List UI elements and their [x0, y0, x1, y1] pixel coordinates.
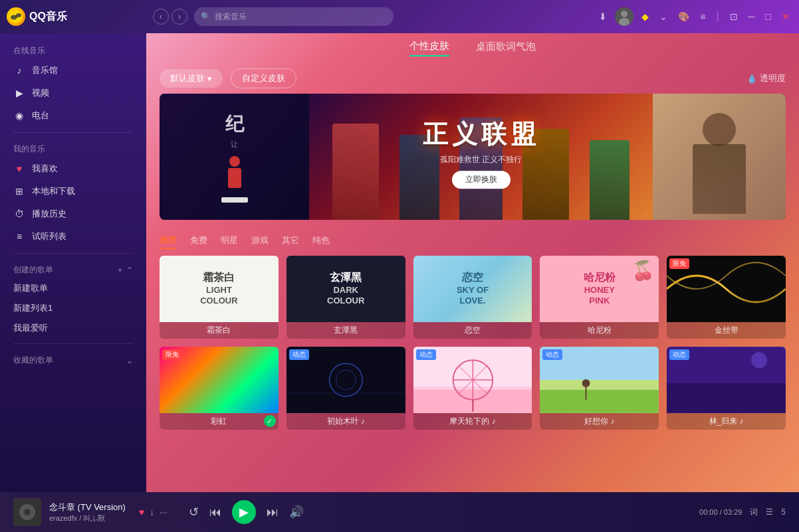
skin-card-purple[interactable]: 动态 林_归来 ♪ — [667, 347, 786, 430]
skin-card-nature[interactable]: 动态 好想你 ♪ — [540, 347, 659, 430]
honey-decoration: 🍒 — [631, 260, 655, 282]
player-loop-button[interactable]: ↺ — [189, 505, 199, 519]
skin-sky-label: 恋空 — [413, 322, 532, 339]
tab-lyrics-bubble[interactable]: 桌面歌词气泡 — [476, 41, 536, 56]
search-icon: 🔍 — [201, 12, 211, 21]
back-button[interactable]: ‹ — [153, 9, 169, 25]
player-playlist-count: 5 — [781, 507, 786, 517]
filter-tab-solid[interactable]: 纯色 — [312, 233, 330, 249]
playlist-actions: + ⌃ — [118, 266, 133, 275]
sidebar-item-radio[interactable]: ◉ 电台 — [0, 104, 146, 127]
tab-skin[interactable]: 个性皮肤 — [409, 40, 449, 56]
filter-tab-recommend[interactable]: 推荐 — [160, 233, 177, 249]
app-logo: QQ音乐 — [7, 7, 153, 26]
sidebar-playlist-1[interactable]: 新建列表1 — [0, 298, 146, 318]
search-placeholder: 搜索音乐 — [215, 11, 247, 23]
skin-dark-label: 玄潭黑 — [286, 322, 405, 339]
sidebar-playlist-favorites[interactable]: 我最爱听 — [0, 318, 146, 338]
skin-card-dark[interactable]: 玄潭黑 DARK COLOUR 玄潭黑 — [286, 256, 405, 339]
skin-ferris-label: 摩天轮下的 ♪ — [413, 413, 532, 430]
banner-center: 正义联盟 孤阳难救世 正义不独行 立即换肤 — [309, 94, 653, 220]
collapse-collected-icon[interactable]: ⌄ — [126, 356, 133, 365]
download-icon: ⊞ — [13, 186, 25, 197]
default-skin-button[interactable]: 默认皮肤 ▾ — [160, 69, 223, 88]
svg-point-7 — [619, 18, 629, 26]
app-name: QQ音乐 — [29, 10, 67, 24]
sidebar-item-video[interactable]: ▶ 视频 — [0, 82, 146, 104]
sidebar-item-preview-list[interactable]: ≡ 试听列表 — [0, 225, 146, 248]
window-tile-icon[interactable]: ⊡ — [727, 10, 741, 23]
sidebar-item-favorites[interactable]: ♥ 我喜欢 — [0, 157, 146, 180]
chevron-down-icon[interactable]: ⌄ — [657, 10, 670, 23]
filter-tab-other[interactable]: 其它 — [282, 233, 299, 249]
collapse-playlist-icon[interactable]: ⌃ — [126, 266, 133, 275]
player-thumbnail-image — [13, 498, 41, 526]
avatar[interactable] — [615, 7, 633, 26]
player-play-button[interactable]: ▶ — [232, 500, 256, 524]
add-playlist-icon[interactable]: + — [118, 266, 122, 275]
maximize-button[interactable]: □ — [763, 10, 774, 23]
skin-card-gold-ribbon[interactable]: 限免 金丝带 — [667, 256, 786, 339]
main-layout: 在线音乐 ♪ 音乐馆 ▶ 视频 ◉ 电台 我的音乐 ♥ 我喜欢 ⊞ 本地和下载 … — [0, 33, 799, 492]
skin-card-sky-love[interactable]: 恋空 SKY OF LOVE. 恋空 — [413, 256, 532, 339]
banner-cta-button[interactable]: 立即换肤 — [452, 171, 511, 189]
forward-button[interactable]: › — [171, 9, 187, 25]
svg-point-31 — [24, 509, 31, 515]
player-song-title: 念斗章 (TV Version) — [49, 501, 126, 513]
svg-point-24 — [582, 379, 590, 387]
player-bar: 念斗章 (TV Version) erazedfx / 叫ふ獸 ♥ ↓ ··· … — [0, 492, 799, 532]
skin-card-ferris[interactable]: 动态 — [413, 347, 532, 430]
player-prev-button[interactable]: ⏮ — [209, 505, 221, 519]
close-button[interactable]: ✕ — [779, 10, 792, 23]
minimize-button[interactable]: ─ — [746, 10, 758, 23]
player-heart-button[interactable]: ♥ — [139, 507, 144, 517]
skin-card-honey-pink[interactable]: 🍒 哈尼粉 HONEY PINK 哈尼粉 — [540, 256, 659, 339]
skin-frost-white-text: 霜茶白 LIGHT COLOUR — [200, 271, 237, 308]
player-next-button[interactable]: ⏭ — [267, 505, 279, 519]
player-playlist-icon[interactable]: ☰ — [766, 507, 773, 517]
menu-icon[interactable]: ≡ — [697, 10, 708, 23]
tab-bar: 个性皮肤 桌面歌词气泡 — [146, 33, 799, 63]
custom-skin-button[interactable]: 自定义皮肤 — [231, 68, 296, 88]
skin-icon[interactable]: 🎨 — [675, 10, 692, 23]
list-icon: ≡ — [13, 231, 25, 242]
skin-gradient-label: 彩虹 — [160, 413, 279, 430]
transparency-button[interactable]: 💧 透明度 — [746, 72, 786, 84]
skin-card-gradient[interactable]: 限免 ✓ 彩虹 — [160, 347, 279, 430]
skin-gold-label: 金丝带 — [667, 322, 786, 339]
dropdown-arrow: ▾ — [207, 74, 212, 84]
skin-card-frost-white[interactable]: 霜茶白 LIGHT COLOUR 霜茶白 — [160, 256, 279, 339]
player-volume-button[interactable]: 🔊 — [289, 505, 304, 519]
sidebar-label-history: 播放历史 — [32, 208, 66, 220]
search-bar[interactable]: 🔍 搜索音乐 — [194, 7, 394, 26]
sidebar-label-video: 视频 — [32, 87, 49, 99]
sidebar-label-preview: 试听列表 — [32, 230, 66, 242]
vip-icon[interactable]: ◆ — [639, 10, 651, 23]
filter-tab-free[interactable]: 免费 — [190, 233, 207, 249]
player-more-button[interactable]: ··· — [160, 507, 168, 517]
player-artist: erazedfx / 叫ふ獸 — [49, 513, 126, 523]
filter-tab-game[interactable]: 游戏 — [251, 233, 269, 249]
player-download-button[interactable]: ↓ — [150, 507, 154, 517]
banner-right — [653, 94, 786, 220]
banner-figure — [215, 156, 255, 203]
content-area: 个性皮肤 桌面歌词气泡 默认皮肤 ▾ 自定义皮肤 💧 透明度 纪 让 — [146, 33, 799, 492]
my-music-label: 我的音乐 — [0, 138, 146, 157]
sidebar-playlist-new[interactable]: 新建歌单 — [0, 278, 146, 298]
sidebar-label-radio: 电台 — [32, 110, 49, 122]
sidebar-item-music-hall[interactable]: ♪ 音乐馆 — [0, 59, 146, 82]
heroes-background: 正义联盟 孤阳难救世 正义不独行 立即换肤 — [309, 94, 653, 220]
hero-5 — [590, 140, 629, 220]
skin-dark-text: 玄潭黑 DARK COLOUR — [327, 271, 364, 308]
heart-icon: ♥ — [13, 163, 25, 174]
sidebar-item-history[interactable]: ⏱ 播放历史 — [0, 203, 146, 225]
svg-rect-22 — [540, 390, 659, 413]
sidebar-divider-1 — [13, 132, 133, 133]
player-lyrics-label[interactable]: 词 — [750, 507, 758, 518]
play-icon: ▶ — [239, 505, 249, 519]
filter-tab-star[interactable]: 明星 — [221, 233, 238, 249]
download-icon[interactable]: ⬇ — [596, 10, 610, 23]
skin-card-dark-anim[interactable]: 动态 初始木叶 ♪ — [286, 347, 405, 430]
sidebar-item-local-download[interactable]: ⊞ 本地和下载 — [0, 180, 146, 203]
skin-gradient-check: ✓ — [264, 415, 276, 427]
